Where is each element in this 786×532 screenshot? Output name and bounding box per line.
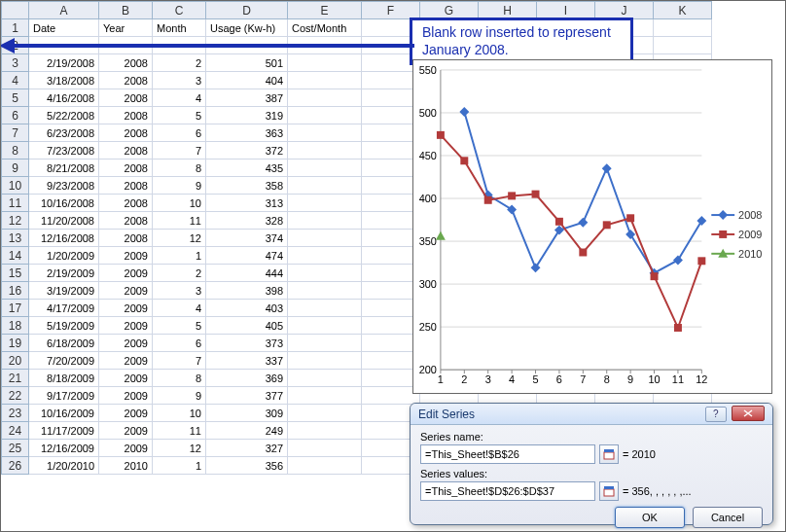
cell[interactable] [288,212,362,230]
cell[interactable] [362,282,420,300]
cell[interactable]: 403 [206,300,288,317]
cell[interactable]: 2009 [99,335,153,352]
row-header[interactable]: 24 [2,422,29,440]
cell[interactable] [288,422,362,440]
cell[interactable]: 3 [153,72,206,89]
cell[interactable]: 8/21/2008 [29,160,99,177]
cell[interactable]: 6/18/2009 [29,335,99,352]
cell[interactable] [288,317,362,335]
cell[interactable]: Year [99,19,153,37]
col-header-A[interactable]: A [29,2,99,19]
cell[interactable] [362,352,420,370]
cell[interactable]: 2009 [99,422,153,440]
cell[interactable]: 7/23/2008 [29,142,99,160]
row-header[interactable]: 19 [2,335,29,352]
row-header[interactable]: 8 [2,142,29,160]
series-name-input[interactable] [420,444,595,464]
cell[interactable] [288,160,362,177]
cell[interactable] [288,405,362,422]
cell[interactable]: 2008 [99,230,153,247]
cell[interactable] [362,124,420,142]
embedded-chart[interactable]: 2002503003504004505005501234567891011122… [412,59,772,394]
cell[interactable] [288,247,362,265]
col-header-H[interactable]: H [479,2,537,19]
cell[interactable]: 2008 [99,107,153,124]
cell[interactable]: 1/20/2010 [29,457,99,475]
row-header[interactable]: 14 [2,247,29,265]
cell[interactable]: 2009 [99,282,153,300]
cell[interactable]: 319 [206,107,288,124]
cell[interactable]: 373 [206,335,288,352]
cell[interactable]: 9 [153,177,206,195]
col-header-K[interactable]: K [654,2,712,19]
cell[interactable]: 2008 [99,54,153,72]
cell[interactable]: 5 [153,107,206,124]
row-header[interactable]: 6 [2,107,29,124]
cell[interactable]: 6 [153,335,206,352]
cell[interactable]: 444 [206,265,288,282]
cell[interactable]: 2010 [99,457,153,475]
cell[interactable]: 10/16/2009 [29,405,99,422]
cell[interactable]: 8 [153,370,206,387]
row-header[interactable]: 10 [2,177,29,195]
cell[interactable]: 309 [206,405,288,422]
row-header[interactable]: 21 [2,370,29,387]
cell[interactable]: 435 [206,160,288,177]
col-header-C[interactable]: C [153,2,206,19]
row-header[interactable]: 13 [2,230,29,247]
col-header-B[interactable]: B [99,2,153,19]
dialog-titlebar[interactable]: Edit Series ? [411,404,772,425]
cell[interactable]: 5 [153,317,206,335]
cell[interactable]: 374 [206,230,288,247]
row-header[interactable]: 16 [2,282,29,300]
cell[interactable]: 404 [206,72,288,89]
cell[interactable]: 12 [153,230,206,247]
cell[interactable]: Month [153,19,206,37]
cell[interactable]: Usage (Kw-h) [206,19,288,37]
help-icon[interactable]: ? [705,407,727,422]
col-header-G[interactable]: G [420,2,479,19]
cell[interactable]: 2009 [99,317,153,335]
cell[interactable]: 313 [206,195,288,212]
row-header[interactable]: 23 [2,405,29,422]
cell[interactable]: 3/18/2008 [29,72,99,89]
cell[interactable]: 249 [206,422,288,440]
cell[interactable] [362,300,420,317]
cell[interactable] [288,195,362,212]
cell[interactable] [288,89,362,107]
cell[interactable] [288,54,362,72]
range-selector-icon[interactable] [599,481,619,501]
cell[interactable]: 1/20/2009 [29,247,99,265]
cell[interactable] [288,124,362,142]
cell[interactable] [362,160,420,177]
cell[interactable]: 369 [206,370,288,387]
ok-button[interactable]: OK [615,507,685,528]
cell[interactable] [288,107,362,124]
cell[interactable]: 337 [206,352,288,370]
cell[interactable] [288,352,362,370]
cell[interactable]: 363 [206,124,288,142]
cell[interactable]: 12/16/2008 [29,230,99,247]
cell[interactable]: 9/17/2009 [29,387,99,405]
cell[interactable]: 11 [153,212,206,230]
cell[interactable]: 474 [206,247,288,265]
cell[interactable]: 2009 [99,300,153,317]
select-all-corner[interactable] [2,2,29,19]
cell[interactable]: 2008 [99,72,153,89]
row-header[interactable]: 3 [2,54,29,72]
cell[interactable]: 7/20/2009 [29,352,99,370]
cell[interactable] [288,370,362,387]
row-header[interactable]: 26 [2,457,29,475]
cell[interactable]: 7 [153,142,206,160]
cell[interactable]: 4 [153,300,206,317]
row-header[interactable]: 5 [2,89,29,107]
cell[interactable]: 2009 [99,387,153,405]
cell[interactable]: 377 [206,387,288,405]
cell[interactable]: 387 [206,89,288,107]
cell[interactable]: 2008 [99,142,153,160]
cell[interactable]: 2 [153,54,206,72]
cell[interactable] [362,230,420,247]
cell[interactable] [654,37,712,54]
col-header-D[interactable]: D [206,2,288,19]
row-header[interactable]: 17 [2,300,29,317]
